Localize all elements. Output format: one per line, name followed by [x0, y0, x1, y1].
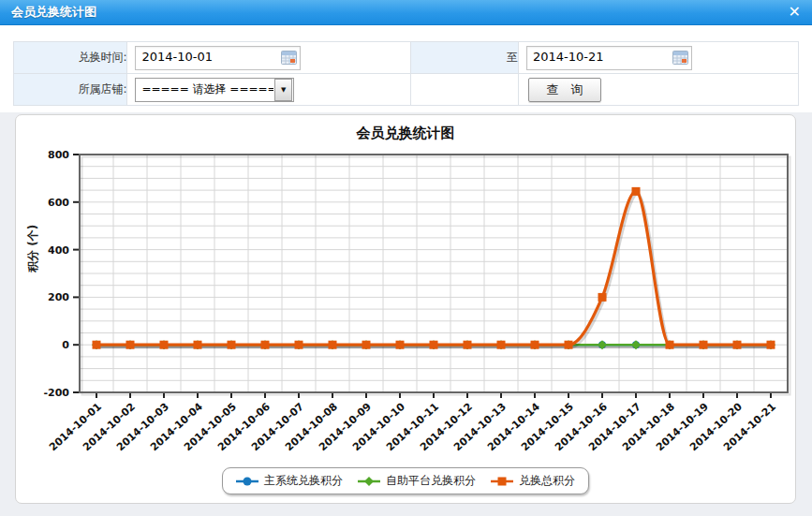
data-point: [666, 341, 674, 349]
y-tick-label: 800: [48, 149, 69, 161]
grid-shadow: [82, 157, 790, 395]
y-tick-label: -200: [43, 387, 69, 399]
data-point: [329, 341, 337, 349]
date-to-field: [526, 46, 692, 70]
data-point: [464, 341, 472, 349]
plot-area: 8006004002000-2002014-10-012014-10-02201…: [16, 115, 795, 503]
chart-legend: 主系统兑换积分自助平台兑换积分兑换总积分: [222, 467, 589, 494]
data-point: [430, 341, 438, 349]
data-point: [700, 341, 708, 349]
legend-label: 自助平台兑换积分: [386, 473, 476, 489]
data-point: [632, 187, 641, 196]
calendar-icon[interactable]: [672, 51, 688, 65]
data-point: [160, 341, 169, 349]
y-tick-label: 600: [48, 197, 69, 209]
data-point: [767, 341, 775, 349]
data-point: [531, 341, 539, 349]
legend-marker-square-icon: [491, 476, 513, 487]
filter-row-store: 所属店铺: ===== 请选择 ===== ▼ 查 询: [14, 74, 799, 106]
store-select-cell: ===== 请选择 ===== ▼: [127, 74, 410, 106]
legend-item: 主系统兑换积分: [236, 473, 343, 489]
dialog-titlebar: 会员兑换统计图 ✕: [0, 0, 812, 25]
date-from-input[interactable]: [136, 47, 277, 67]
y-tick-label: 400: [48, 244, 69, 257]
date-to-cell: [518, 42, 798, 74]
query-button[interactable]: 查 询: [528, 78, 601, 102]
calendar-icon[interactable]: [281, 51, 297, 65]
data-point: [362, 341, 371, 349]
member-exchange-dialog: 会员兑换统计图 ✕ 兑换时间: 至: [0, 0, 812, 516]
chart-card: 会员兑换统计图 积分 (个) 8006004002000-2002014-10-…: [15, 114, 796, 504]
data-point: [396, 341, 405, 349]
exchange-time-label: 兑换时间:: [14, 42, 127, 74]
data-point: [261, 341, 270, 349]
data-point: [497, 341, 506, 349]
legend-marker-circle-icon: [236, 476, 258, 487]
legend-label: 兑换总积分: [519, 473, 575, 489]
series-line-shadow: [98, 194, 773, 347]
data-point: [93, 341, 101, 349]
data-point: [228, 341, 236, 349]
date-from-field: [135, 46, 301, 70]
query-cell: 查 询: [518, 74, 798, 106]
store-label: 所属店铺:: [14, 74, 127, 106]
close-icon[interactable]: ✕: [789, 5, 801, 20]
store-select[interactable]: ===== 请选择 ===== ▼: [135, 78, 294, 102]
filter-row-time: 兑换时间: 至: [14, 42, 799, 74]
legend-marker-diamond-icon: [358, 476, 380, 487]
data-point: [565, 341, 573, 349]
dialog-title: 会员兑换统计图: [11, 4, 96, 21]
empty-cell: [410, 74, 518, 106]
data-point: [295, 341, 303, 349]
date-to-input[interactable]: [527, 47, 669, 67]
data-point: [194, 341, 202, 349]
y-tick-label: 0: [62, 339, 69, 351]
to-label: 至: [410, 42, 518, 74]
legend-label: 主系统兑换积分: [264, 473, 343, 489]
chevron-down-icon: ▼: [274, 79, 293, 101]
data-point: [126, 341, 135, 349]
chart-section: 会员兑换统计图 积分 (个) 8006004002000-2002014-10-…: [0, 112, 812, 516]
legend-item: 自助平台兑换积分: [358, 473, 476, 489]
data-point: [733, 341, 742, 349]
data-point: [598, 293, 607, 302]
date-from-cell: [127, 42, 410, 74]
filter-form-area: 兑换时间: 至: [0, 25, 812, 112]
y-tick-label: 200: [48, 291, 69, 303]
legend-item: 兑换总积分: [491, 473, 575, 489]
store-select-value: ===== 请选择 =====: [136, 81, 273, 97]
filter-table: 兑换时间: 至: [13, 41, 799, 106]
